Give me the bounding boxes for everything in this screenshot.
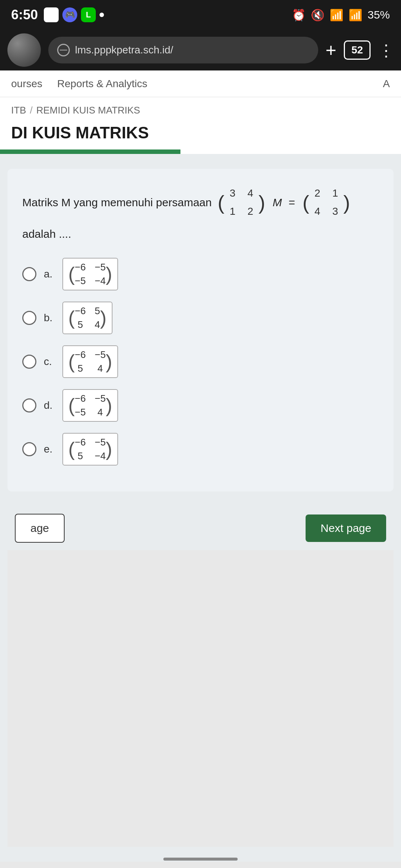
status-bar: 6:50 ♪ 🎮 L ⏰ 🔇 📶 📶 35% bbox=[0, 0, 401, 30]
matrix-b-r1c1: 2 bbox=[312, 185, 323, 202]
matrix-a-r2c2: 2 bbox=[245, 203, 255, 220]
option-a-grid: −6 −5 −5 −4 bbox=[75, 262, 105, 287]
opt-c-r2c2: 4 bbox=[95, 363, 106, 374]
opt-e-r2c1: 5 bbox=[75, 450, 86, 462]
option-e-matrix: ( −6 −5 5 −4 ) bbox=[62, 433, 118, 466]
matrix-b: ( 2 1 4 3 ) bbox=[303, 184, 350, 221]
battery-display: 35% bbox=[368, 9, 390, 21]
option-d-grid: −6 −5 −5 4 bbox=[75, 393, 105, 418]
avatar bbox=[7, 33, 41, 67]
breadcrumb-separator: / bbox=[30, 105, 32, 116]
tab-count-button[interactable]: 52 bbox=[344, 40, 371, 60]
opt-b-r1c2: 5 bbox=[95, 305, 100, 317]
opt-c-r1c1: −6 bbox=[75, 349, 86, 361]
alarm-icon: ⏰ bbox=[292, 9, 306, 22]
option-b-label: b. bbox=[44, 312, 55, 324]
opt-b-r1c1: −6 bbox=[75, 305, 86, 317]
opt-a-r1c1: −6 bbox=[75, 262, 86, 273]
matrix-a-left-bracket: ( bbox=[218, 193, 224, 213]
opt-d-r1c1: −6 bbox=[75, 393, 86, 404]
option-b-matrix: ( −6 5 5 4 ) bbox=[62, 302, 113, 334]
opt-c-r1c2: −5 bbox=[95, 349, 106, 361]
option-e-grid: −6 −5 5 −4 bbox=[75, 437, 105, 462]
matrix-b-left-bracket: ( bbox=[303, 193, 309, 213]
opt-a-r1c2: −5 bbox=[95, 262, 106, 273]
question-suffix: adalah .... bbox=[22, 225, 71, 243]
option-d-label: d. bbox=[44, 400, 55, 411]
opt-c-r2c1: 5 bbox=[75, 363, 86, 374]
opt-e-r1c2: −5 bbox=[95, 437, 106, 448]
matrix-b-right-bracket: ) bbox=[343, 193, 350, 213]
nav-bar: ourses Reports & Analytics A bbox=[0, 70, 401, 97]
courses-nav-link[interactable]: ourses bbox=[11, 78, 42, 90]
page-title: DI KUIS MATRIKS bbox=[11, 124, 390, 142]
reports-nav-link[interactable]: Reports & Analytics bbox=[57, 78, 147, 90]
url-bar[interactable]: lms.pppkpetra.sch.id/ bbox=[48, 37, 318, 63]
radio-e[interactable] bbox=[22, 442, 36, 456]
option-d: d. ( −6 −5 −5 4 ) bbox=[22, 389, 379, 422]
option-b-grid: −6 5 5 4 bbox=[75, 305, 100, 331]
matrix-a-r1c1: 3 bbox=[227, 185, 238, 202]
discord-icon: 🎮 bbox=[62, 7, 77, 22]
time-display: 6:50 bbox=[11, 7, 38, 23]
question-text: Matriks M yang memenuhi persamaan ( 3 4 … bbox=[22, 184, 379, 243]
bottom-area bbox=[7, 550, 394, 847]
progress-bar-fill bbox=[0, 149, 180, 154]
matrix-b-r2c2: 3 bbox=[330, 203, 340, 220]
browser-bar: lms.pppkpetra.sch.id/ + 52 ⋮ bbox=[0, 30, 401, 70]
profile-nav-icon[interactable]: A bbox=[383, 78, 390, 90]
radio-a[interactable] bbox=[22, 267, 36, 281]
notification-dot bbox=[100, 13, 104, 17]
matrix-a-r2c1: 1 bbox=[227, 203, 238, 220]
option-c: c. ( −6 −5 5 4 ) bbox=[22, 345, 379, 378]
prev-page-button[interactable]: age bbox=[15, 514, 65, 543]
url-text: lms.pppkpetra.sch.id/ bbox=[75, 44, 173, 56]
opt-a-r2c1: −5 bbox=[75, 275, 86, 287]
matrix-a-r1c2: 4 bbox=[245, 185, 255, 202]
wifi-icon: 📶 bbox=[330, 9, 343, 22]
question-card: Matriks M yang memenuhi persamaan ( 3 4 … bbox=[7, 169, 394, 491]
option-a-label: a. bbox=[44, 268, 55, 280]
option-e: e. ( −6 −5 5 −4 ) bbox=[22, 433, 379, 466]
option-c-grid: −6 −5 5 4 bbox=[75, 349, 105, 374]
nav-buttons: age Next page bbox=[7, 506, 394, 550]
new-tab-button[interactable]: + bbox=[326, 41, 336, 59]
line-icon: L bbox=[81, 7, 96, 22]
main-content: Matriks M yang memenuhi persamaan ( 3 4 … bbox=[0, 154, 401, 862]
variable-m: M bbox=[273, 194, 282, 211]
opt-a-r2c2: −4 bbox=[95, 275, 106, 287]
opt-d-r2c2: 4 bbox=[95, 407, 106, 418]
radio-b[interactable] bbox=[22, 311, 36, 325]
tiktok-icon: ♪ bbox=[44, 7, 59, 22]
matrix-b-r2c1: 4 bbox=[312, 203, 323, 220]
next-page-button[interactable]: Next page bbox=[306, 514, 386, 542]
opt-d-r2c1: −5 bbox=[75, 407, 86, 418]
matrix-a-grid: 3 4 1 2 bbox=[224, 184, 258, 221]
matrix-a: ( 3 4 1 2 ) bbox=[218, 184, 265, 221]
matrix-b-grid: 2 1 4 3 bbox=[309, 184, 343, 221]
page-title-bar: DI KUIS MATRIKS bbox=[0, 120, 401, 149]
breadcrumb: ITB / REMIDI KUIS MATRIKS bbox=[0, 97, 401, 120]
question-prefix: Matriks M yang memenuhi persamaan bbox=[22, 194, 212, 211]
breadcrumb-root[interactable]: ITB bbox=[11, 105, 26, 116]
mute-icon: 🔇 bbox=[311, 9, 325, 22]
matrix-a-right-bracket: ) bbox=[258, 193, 265, 213]
option-c-label: c. bbox=[44, 356, 55, 368]
option-d-matrix: ( −6 −5 −5 4 ) bbox=[62, 389, 118, 422]
option-e-label: e. bbox=[44, 443, 55, 455]
option-c-matrix: ( −6 −5 5 4 ) bbox=[62, 345, 118, 378]
radio-d[interactable] bbox=[22, 398, 36, 412]
signal-icon: 📶 bbox=[349, 9, 362, 22]
breadcrumb-current: REMIDI KUIS MATRIKS bbox=[36, 105, 140, 116]
more-menu-button[interactable]: ⋮ bbox=[378, 41, 394, 60]
opt-b-r2c1: 5 bbox=[75, 319, 86, 331]
opt-b-r2c2: 4 bbox=[95, 319, 100, 331]
url-icon bbox=[57, 44, 70, 56]
home-indicator bbox=[163, 858, 238, 861]
opt-d-r1c2: −5 bbox=[95, 393, 106, 404]
radio-c[interactable] bbox=[22, 355, 36, 369]
progress-bar-container bbox=[0, 149, 401, 154]
option-a: a. ( −6 −5 −5 −4 ) bbox=[22, 258, 379, 290]
opt-e-r2c2: −4 bbox=[95, 450, 106, 462]
option-a-matrix: ( −6 −5 −5 −4 ) bbox=[62, 258, 118, 290]
